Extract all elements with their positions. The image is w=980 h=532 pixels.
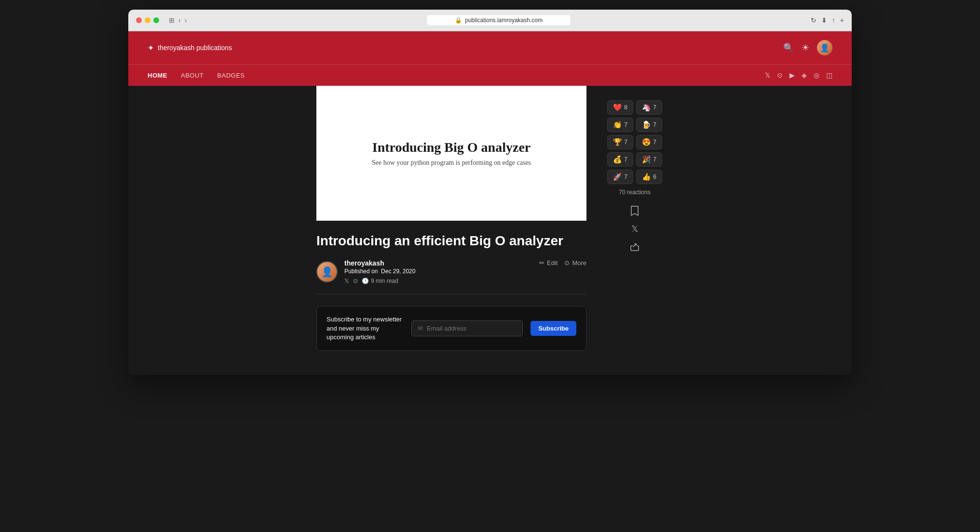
clock-icon: 🕐 <box>362 278 369 284</box>
author-info: theroyakash Published on Dec 29, 2020 𝕏 … <box>344 259 415 284</box>
main-content: Introducing Big O analyzer See how your … <box>128 86 852 375</box>
hero-subtitle: See how your python program is performin… <box>372 159 531 167</box>
edit-icon: ✏ <box>539 259 544 266</box>
nav-links: HOME ABOUT BADGES <box>148 72 245 79</box>
party-emoji: 🎉 <box>642 155 651 164</box>
window-chrome: ⊞ ‹ › 🔒 publications.iamroyakash.com ↻ ⬇… <box>128 10 852 31</box>
beer-emoji: 🍺 <box>642 120 651 129</box>
email-input[interactable] <box>427 325 517 332</box>
reaction-unicorn[interactable]: 🦄 7 <box>636 100 662 115</box>
reaction-trophy[interactable]: 🏆 7 <box>607 135 633 149</box>
author-avatar: 👤 <box>316 261 338 282</box>
back-icon[interactable]: ‹ <box>178 16 181 24</box>
brand[interactable]: ✦ theroyakash publications <box>148 43 232 53</box>
trophy-emoji: 🏆 <box>613 138 622 146</box>
forward-icon[interactable]: › <box>185 16 187 24</box>
heart-eyes-emoji: 😍 <box>642 138 651 146</box>
email-icon: ✉ <box>418 325 423 332</box>
clap-emoji: 👏 <box>613 120 622 129</box>
twitter-share-icon: 𝕏 <box>631 224 639 234</box>
nav-home[interactable]: HOME <box>148 72 167 79</box>
thumbsup-emoji: 👍 <box>642 173 651 181</box>
unicorn-emoji: 🦄 <box>642 103 651 112</box>
minimize-button[interactable] <box>145 17 150 23</box>
new-tab-icon[interactable]: + <box>840 16 844 24</box>
reaction-beer[interactable]: 🍺 7 <box>636 118 662 132</box>
newsletter-text: Subscribe to my newsletter and never mis… <box>327 315 404 342</box>
nav-badges[interactable]: BADGES <box>217 72 245 79</box>
web-social-icon[interactable]: ◎ <box>814 71 819 79</box>
lock-icon: 🔒 <box>455 17 462 24</box>
reactions-total: 70 reactions <box>619 189 650 196</box>
sidebar: ❤️ 8 🦄 7 👏 7 🍺 7 🏆 7 <box>606 86 664 356</box>
rss-social-icon[interactable]: ◫ <box>826 71 832 79</box>
more-circle-icon: ⊙ <box>564 259 570 266</box>
author-github-icon[interactable]: ⊙ <box>353 278 358 284</box>
youtube-social-icon[interactable]: ▶ <box>789 71 795 79</box>
traffic-lights <box>136 17 159 23</box>
reaction-money[interactable]: 💰 7 <box>607 152 633 167</box>
hero-title: Introducing Big O analyzer <box>372 140 531 155</box>
sidebar-toggle-icon[interactable]: ⊞ <box>169 16 175 24</box>
author-socials: 𝕏 ⊙ 🕐 9 min read <box>344 278 415 284</box>
read-time: 🕐 9 min read <box>362 278 398 284</box>
header-right: 🔍 ☀ 👤 <box>783 40 832 55</box>
share-icon[interactable]: ↑ <box>832 16 835 24</box>
address-bar[interactable]: 🔒 publications.iamroyakash.com <box>192 14 804 26</box>
edit-button[interactable]: ✏ Edit <box>539 259 558 266</box>
reaction-heart-eyes[interactable]: 😍 7 <box>636 135 662 149</box>
bookmark-button[interactable] <box>630 205 639 216</box>
newsletter-box: Subscribe to my newsletter and never mis… <box>316 306 586 351</box>
reaction-thumbsup[interactable]: 👍 6 <box>636 170 662 184</box>
newsletter-input-wrap[interactable]: ✉ <box>411 320 523 336</box>
subscribe-button[interactable]: Subscribe <box>531 321 576 336</box>
twitter-social-icon[interactable]: 𝕏 <box>765 71 770 79</box>
money-emoji: 💰 <box>613 155 622 164</box>
brand-name: theroyakash publications <box>158 44 232 52</box>
search-icon[interactable]: 🔍 <box>783 42 794 53</box>
hero-image: Introducing Big O analyzer See how your … <box>316 86 586 221</box>
sidebar-actions: 𝕏 <box>630 205 640 252</box>
author-name: theroyakash <box>344 259 415 267</box>
nav-bar: HOME ABOUT BADGES 𝕏 ⊙ ▶ ◈ ◎ ◫ <box>128 64 852 86</box>
author-section: 👤 theroyakash Published on Dec 29, 2020 … <box>316 259 586 294</box>
article-title: Introducing an efficient Big O analyzer <box>316 232 586 250</box>
author-actions: ✏ Edit ⊙ More <box>539 259 586 266</box>
close-button[interactable] <box>136 17 142 23</box>
refresh-icon[interactable]: ↻ <box>811 16 817 24</box>
author-twitter-icon[interactable]: 𝕏 <box>344 278 349 284</box>
header-top: ✦ theroyakash publications 🔍 ☀ 👤 <box>128 31 852 64</box>
github-social-icon[interactable]: ⊙ <box>777 71 783 79</box>
rocket-emoji: 🚀 <box>613 173 622 181</box>
reaction-rocket[interactable]: 🚀 7 <box>607 170 633 184</box>
nav-controls: ⊞ ‹ › <box>169 16 187 24</box>
twitter-share-button[interactable]: 𝕏 <box>631 224 639 234</box>
reaction-clap[interactable]: 👏 7 <box>607 118 633 132</box>
maximize-button[interactable] <box>153 17 159 23</box>
share-button[interactable] <box>630 242 640 252</box>
reaction-party[interactable]: 🎉 7 <box>636 152 662 167</box>
theme-toggle-icon[interactable]: ☀ <box>802 42 809 53</box>
user-avatar[interactable]: 👤 <box>817 40 832 55</box>
published-date: Published on Dec 29, 2020 <box>344 268 415 275</box>
reaction-heart[interactable]: ❤️ 8 <box>607 100 633 115</box>
brand-icon: ✦ <box>148 43 154 53</box>
reactions-grid: ❤️ 8 🦄 7 👏 7 🍺 7 🏆 7 <box>607 100 662 184</box>
url-text: publications.iamroyakash.com <box>465 17 543 24</box>
location-social-icon[interactable]: ◈ <box>802 71 807 79</box>
more-button[interactable]: ⊙ More <box>564 259 586 266</box>
heart-emoji: ❤️ <box>613 103 622 112</box>
author-left: 👤 theroyakash Published on Dec 29, 2020 … <box>316 259 415 284</box>
article-container: Introducing Big O analyzer See how your … <box>316 86 586 356</box>
site-header: ✦ theroyakash publications 🔍 ☀ 👤 HOME AB… <box>128 31 852 86</box>
chrome-right-controls: ↻ ⬇ ↑ + <box>811 16 844 24</box>
download-icon[interactable]: ⬇ <box>821 16 827 24</box>
nav-about[interactable]: ABOUT <box>181 72 204 79</box>
social-icons: 𝕏 ⊙ ▶ ◈ ◎ ◫ <box>765 71 832 79</box>
